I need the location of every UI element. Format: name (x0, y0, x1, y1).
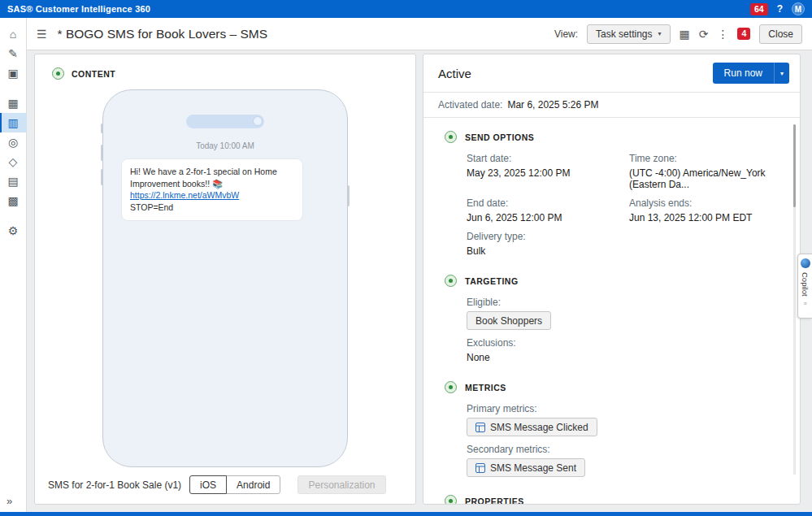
activated-date-label: Activated date: (438, 99, 502, 111)
field-label: Time zone: (629, 153, 772, 164)
field-label: Exclusions: (467, 337, 516, 349)
assets-icon: ▣ (7, 67, 18, 80)
field-label: Eligible: (467, 297, 551, 308)
copilot-label: Copilot (801, 272, 810, 297)
sidebar-item-reports[interactable]: ▩ (0, 191, 27, 210)
send-options-section: SEND OPTIONS Start date: May 23, 2025 12… (445, 131, 772, 257)
chip-label: SMS Message Clicked (490, 422, 588, 433)
metrics-title: METRICS (465, 383, 506, 392)
field-value: Bulk (467, 245, 629, 257)
bottom-accent-bar (0, 512, 812, 516)
reports-icon: ▩ (7, 194, 18, 207)
task-status: Active (438, 67, 471, 80)
sidebar-item-data[interactable]: ▤ (0, 171, 27, 191)
sidebar-item-home[interactable]: ⌂ (0, 24, 27, 44)
sidebar-item-segments[interactable]: ◇ (0, 152, 27, 171)
ios-preview-button[interactable]: iOS (189, 475, 227, 494)
field-label: Start date: (467, 153, 629, 164)
properties-status-icon (445, 495, 457, 504)
field-label: Delivery type: (467, 231, 629, 242)
calendar-grid-icon: ▦ (7, 97, 18, 110)
sms-message-link[interactable]: https://2.lnkme.net/aWMvbW (130, 190, 239, 200)
secondary-metric-chip: SMS Message Sent (467, 458, 585, 477)
metric-icon (475, 463, 485, 473)
scrollbar-thumb[interactable] (793, 124, 796, 207)
view-selector-value: Task settings (596, 28, 652, 40)
copilot-icon (801, 258, 810, 268)
expand-sidebar-button[interactable]: » (0, 495, 12, 507)
calendar-icon[interactable]: ▦ (680, 28, 690, 41)
sidebar-item-tasks[interactable]: ▥ (0, 113, 27, 132)
targeting-status-icon (445, 275, 457, 287)
task-list-icon[interactable]: ☰ (37, 28, 47, 41)
copilot-grip-icon: ≡ (803, 301, 806, 306)
field-time-zone: Time zone: (UTC -4:00) America/New_York … (629, 153, 772, 190)
more-options-icon[interactable]: ⋮ (717, 28, 728, 41)
field-analysis-ends: Analysis ends: Jun 13, 2025 12:00 PM EDT (629, 197, 772, 223)
field-secondary-metrics: Secondary metrics: SMS Message Sent (467, 444, 585, 477)
field-value: Jun 13, 2025 12:00 PM EDT (629, 212, 772, 223)
help-icon[interactable]: ? (777, 3, 783, 15)
settings-scroll-area: SEND OPTIONS Start date: May 23, 2025 12… (423, 118, 800, 504)
properties-section: PROPERTIES Task type: Folder: (445, 495, 772, 504)
targeting-title: TARGETING (465, 276, 519, 286)
sms-timestamp: Today 10:00 AM (103, 141, 347, 150)
android-preview-button[interactable]: Android (226, 475, 280, 494)
sms-message-bubble: Hi! We have a 2-for-1 special on Home Im… (121, 158, 303, 221)
run-now-button[interactable]: Run now (713, 63, 774, 84)
metrics-status-icon (445, 381, 457, 393)
workspace: CONTENT Today 10:00 AM Hi! We have a 2-f… (27, 50, 812, 512)
sidebar-item-assets[interactable]: ▣ (0, 63, 27, 83)
phone-preview: Today 10:00 AM Hi! We have a 2-for-1 spe… (102, 89, 348, 467)
home-icon: ⌂ (10, 28, 16, 41)
targeting-section: TARGETING Eligible: Book Shoppers Exclus… (445, 275, 772, 363)
field-end-date: End date: Jun 6, 2025 12:00 PM (467, 197, 629, 223)
metric-icon (475, 423, 485, 432)
personalization-button[interactable]: Personalization (297, 475, 385, 494)
run-now-dropdown-icon[interactable]: ▾ (774, 63, 789, 84)
left-nav-rail: ⌂ ✎ ▣ ▦ ▥ ◎ ◇ ▤ ▩ ⚙ » (0, 18, 27, 512)
chevron-down-icon: ▾ (658, 30, 661, 37)
top-brand-bar: SAS® Customer Intelligence 360 64 ? M (0, 0, 812, 18)
eligible-segment-chip: Book Shoppers (467, 311, 551, 330)
tasks-icon: ▥ (7, 116, 18, 129)
sidebar-item-journeys[interactable]: ✎ (0, 44, 27, 63)
sidebar-item-audiences[interactable]: ◎ (0, 132, 27, 152)
gear-icon: ⚙ (8, 224, 19, 237)
field-label: Secondary metrics: (467, 444, 585, 455)
field-label: Analysis ends: (629, 197, 772, 209)
alert-count-badge[interactable]: 4 (737, 28, 750, 40)
page-title: * BOGO SMS for Book Lovers – SMS (58, 27, 267, 41)
field-label: End date: (467, 197, 629, 209)
send-options-title: SEND OPTIONS (465, 132, 534, 142)
user-avatar[interactable]: M (792, 2, 805, 15)
view-label: View: (554, 28, 578, 40)
close-button[interactable]: Close (759, 24, 802, 44)
sidebar-item-settings[interactable]: ⚙ (0, 221, 27, 241)
journeys-icon: ✎ (8, 47, 18, 60)
task-header: ☰ * BOGO SMS for Book Lovers – SMS View:… (27, 18, 812, 50)
sms-optout-text: STOP=End (130, 202, 173, 212)
data-icon: ▤ (7, 175, 18, 188)
brand-title: SAS® Customer Intelligence 360 (7, 4, 150, 14)
field-value: May 23, 2025 12:00 PM (467, 167, 629, 179)
field-value: (UTC -4:00) America/New_York (Eastern Da… (629, 167, 772, 190)
content-section-label: CONTENT (72, 69, 115, 79)
field-delivery-type: Delivery type: Bulk (467, 231, 629, 257)
field-value: None (467, 352, 516, 363)
field-start-date: Start date: May 23, 2025 12:00 PM (467, 153, 629, 190)
sidebar-item-calendar[interactable]: ▦ (0, 93, 27, 113)
chip-label: SMS Message Sent (490, 462, 576, 474)
audiences-icon: ◎ (8, 136, 18, 149)
creative-name: SMS for 2-for-1 Book Sale (v1) (48, 479, 181, 491)
field-value: Jun 6, 2025 12:00 PM (467, 212, 629, 223)
copilot-tab[interactable]: Copilot ≡ (797, 254, 812, 319)
field-eligible: Eligible: Book Shoppers (467, 297, 551, 330)
field-exclusions: Exclusions: None (467, 337, 516, 363)
refresh-icon[interactable]: ⟳ (699, 28, 709, 41)
content-panel: CONTENT Today 10:00 AM Hi! We have a 2-f… (34, 54, 416, 505)
phone-frame: Today 10:00 AM Hi! We have a 2-for-1 spe… (102, 89, 348, 467)
field-label: Primary metrics: (467, 403, 597, 414)
view-selector-button[interactable]: Task settings ▾ (587, 24, 670, 44)
notification-count-badge[interactable]: 64 (750, 3, 768, 15)
